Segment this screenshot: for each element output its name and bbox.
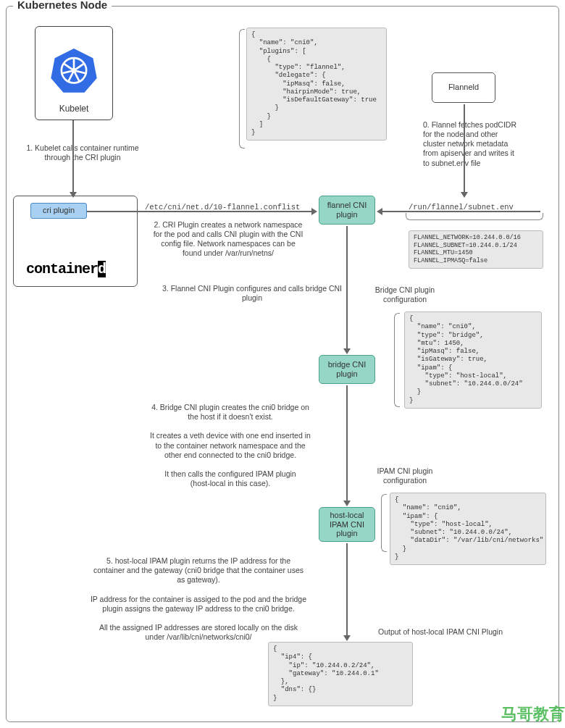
- step5-label: 5. host-local IPAM plugin returns the IP…: [68, 556, 329, 642]
- watermark: 马哥教育: [501, 703, 565, 725]
- arrow-4: [346, 385, 348, 501]
- cri-plugin-box: cri plugin: [30, 203, 87, 219]
- step2-label: 2. CRI Plugin creates a network namespac…: [152, 220, 304, 259]
- subnet-env-code: FLANNEL_NETWORK=10.244.0.0/16 FLANNEL_SU…: [409, 230, 543, 269]
- arrow-5: [346, 543, 348, 636]
- brace-subnet: [406, 213, 543, 220]
- step4-label: 4. Bridge CNI plugin creates the cni0 br…: [136, 403, 325, 488]
- step0-label: 0. Flannel fetches podCIDR for the node …: [423, 120, 517, 168]
- kubelet-label: Kubelet: [59, 104, 89, 114]
- flannel-cni-box: flannel CNI plugin: [319, 196, 375, 225]
- arrow-3-head: [343, 348, 351, 354]
- arrow-0: [464, 104, 465, 193]
- bridge-cni-label: bridge CNI plugin: [328, 360, 367, 378]
- containerd-logo: containerd: [26, 261, 127, 278]
- cri-plugin-label: cri plugin: [43, 206, 75, 215]
- bridge-cni-box: bridge CNI plugin: [319, 355, 375, 384]
- cni-config-code: { "name": "cni0", "plugins": [ { "type":…: [246, 28, 387, 141]
- brace-bridge: [394, 313, 400, 407]
- arrow-0-head: [461, 192, 468, 198]
- output-label: Output of host-local IPAM CNI Plugin: [361, 627, 520, 637]
- flannel-cni-label: flannel CNI plugin: [327, 201, 367, 219]
- flanneld-label: Flanneld: [448, 83, 479, 92]
- brace-ipam: [381, 494, 387, 552]
- arrow-2-head: [311, 208, 317, 215]
- ipam-cni-box: host-local IPAM CNI plugin: [319, 507, 375, 542]
- ipam-output-code: { "ip4": { "ip": "10.244.0.2/24", "gatew…: [268, 642, 413, 706]
- ipam-conf-label: IPAM CNI plugin configuration: [367, 466, 443, 485]
- flanneld-box: Flanneld: [432, 72, 495, 103]
- arrow-1: [72, 120, 74, 193]
- arrow-2b: [382, 211, 540, 212]
- bridge-conf-label: Bridge CNI plugin configuration: [367, 285, 443, 304]
- brace-cni-conf: [239, 29, 245, 148]
- ipam-conf-code: { "name": "cni0", "ipam": { "type": "hos…: [390, 493, 546, 565]
- arrow-2b-head: [377, 208, 382, 215]
- arrow-3: [346, 226, 348, 349]
- step3-label: 3. Flannel CNI Plugin configures and cal…: [159, 284, 345, 303]
- arrow-4-head: [343, 501, 351, 506]
- ipam-cni-label: host-local IPAM CNI plugin: [330, 511, 364, 538]
- arrow-5-head: [343, 635, 351, 641]
- step1-label: 1. Kubelet calls container runtime throu…: [26, 143, 139, 162]
- arrow-1-head: [70, 192, 77, 198]
- bridge-conf-code: { "name": "cni0", "type": "bridge", "mtu…: [404, 311, 542, 409]
- diagram-title: Kubernetes Node: [13, 0, 112, 11]
- kubelet-box: Kubelet: [35, 26, 113, 120]
- kubernetes-logo-icon: [50, 46, 98, 93]
- arrow-2: [87, 211, 311, 212]
